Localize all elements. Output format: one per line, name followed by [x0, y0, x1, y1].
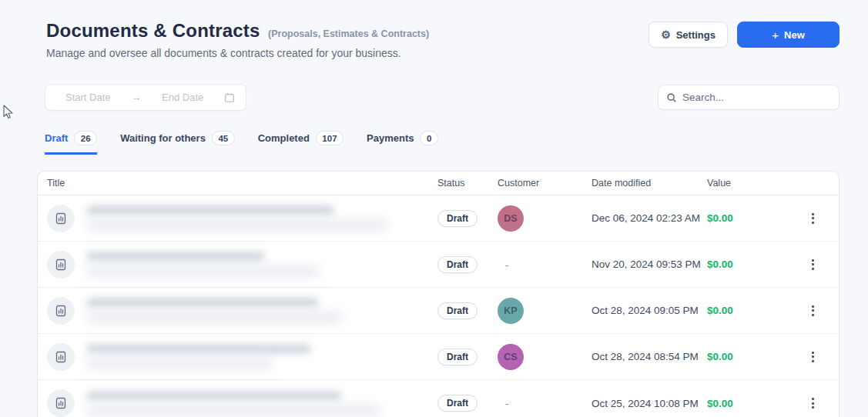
date-range-picker[interactable]: Start Date → End Date [45, 84, 246, 111]
row-status-cell: Draft [437, 395, 498, 412]
tab-count-badge: 45 [212, 131, 235, 145]
status-badge: Draft [437, 210, 478, 227]
row-status-cell: Draft [437, 302, 498, 319]
row-icon-cell [47, 205, 87, 232]
tab-bar: Draft 26 Waiting for others 45 Completed… [45, 131, 840, 155]
row-menu-button[interactable] [796, 256, 829, 273]
row-value: $0.00 [707, 212, 796, 224]
row-menu-button[interactable] [796, 349, 829, 365]
search-icon [666, 92, 677, 103]
customer-empty: - [498, 398, 508, 409]
customer-avatar: CS [498, 344, 524, 370]
document-report-icon [47, 389, 75, 417]
row-menu-button[interactable] [796, 210, 829, 227]
row-date-modified: Nov 20, 2024 09:53 PM [592, 259, 707, 270]
table-header: Title Status Customer Date modified Valu… [38, 172, 839, 195]
row-icon-cell [47, 389, 87, 417]
row-customer-cell: DS [498, 205, 592, 232]
search-box [658, 85, 840, 110]
table-row[interactable]: Draft - Nov 20, 2024 09:53 PM $0.00 [38, 242, 839, 288]
kebab-menu-icon [809, 210, 817, 227]
document-report-icon [47, 297, 75, 325]
status-badge: Draft [437, 302, 478, 319]
row-customer-cell: CS [498, 344, 592, 370]
row-status-cell: Draft [437, 349, 498, 365]
status-badge: Draft [437, 256, 478, 273]
kebab-menu-icon [809, 349, 817, 365]
customer-avatar: KP [498, 298, 524, 324]
tab-count-badge: 0 [420, 131, 437, 145]
tab-label: Waiting for others [120, 132, 206, 144]
row-customer-cell: - [498, 258, 592, 272]
filter-row: Start Date → End Date [37, 84, 840, 111]
document-report-icon [47, 205, 75, 232]
row-menu-button[interactable] [796, 395, 829, 412]
row-date-modified: Dec 06, 2024 02:23 AM [592, 212, 707, 224]
document-report-icon [47, 251, 75, 279]
page-header: Documents & Contracts (Proposals, Estima… [37, 20, 840, 59]
row-status-cell: Draft [437, 256, 498, 273]
new-button[interactable]: + New [737, 22, 840, 48]
row-value: $0.00 [707, 305, 796, 316]
column-customer: Customer [498, 178, 592, 188]
row-title-redacted [87, 205, 437, 231]
document-report-icon [47, 343, 75, 371]
column-value: Value [707, 178, 796, 188]
kebab-menu-icon [809, 302, 817, 319]
tab-completed[interactable]: Completed 107 [258, 131, 344, 155]
tab-waiting-for-others[interactable]: Waiting for others 45 [120, 131, 235, 155]
search-input[interactable] [682, 92, 831, 103]
customer-avatar: DS [498, 205, 524, 232]
column-date-modified: Date modified [592, 178, 707, 188]
table-body: Draft DS Dec 06, 2024 02:23 AM $0.00 [38, 195, 839, 417]
row-date-modified: Oct 25, 2024 10:08 PM [592, 398, 707, 409]
row-date-modified: Oct 28, 2024 09:05 PM [592, 305, 707, 316]
table-row[interactable]: Draft - Oct 25, 2024 10:08 PM $0.00 [38, 380, 839, 417]
column-status: Status [437, 178, 498, 188]
tab-count-badge: 26 [74, 131, 97, 145]
plus-icon: + [772, 28, 779, 42]
page-subtitle: Manage and oversee all documents & contr… [46, 47, 429, 59]
row-icon-cell [47, 251, 87, 279]
settings-button-label: Settings [676, 29, 716, 41]
header-titles: Documents & Contracts (Proposals, Estima… [46, 20, 429, 59]
row-title-redacted [87, 252, 437, 277]
row-title-redacted [87, 391, 437, 416]
page-title-suffix: (Proposals, Estimates & Contracts) [268, 28, 429, 39]
tab-draft[interactable]: Draft 26 [45, 131, 97, 155]
new-button-label: New [784, 29, 805, 41]
kebab-menu-icon [809, 395, 817, 412]
tab-label: Payments [367, 132, 414, 144]
end-date-input[interactable]: End Date [162, 92, 203, 103]
customer-empty: - [498, 259, 508, 271]
settings-button[interactable]: ⚙ Settings [648, 22, 728, 48]
start-date-input[interactable]: Start Date [65, 92, 111, 103]
row-value: $0.00 [707, 259, 796, 270]
page: Documents & Contracts (Proposals, Estima… [0, 0, 868, 417]
table-row[interactable]: Draft DS Dec 06, 2024 02:23 AM $0.00 [38, 195, 839, 242]
tab-payments[interactable]: Payments 0 [367, 131, 438, 155]
calendar-icon [224, 92, 235, 103]
status-badge: Draft [437, 349, 478, 365]
column-title: Title [47, 178, 437, 188]
row-value: $0.00 [707, 398, 796, 409]
header-actions: ⚙ Settings + New [648, 22, 840, 48]
arrow-right-icon: → [131, 92, 141, 103]
row-title-redacted [87, 344, 437, 369]
kebab-menu-icon [809, 256, 817, 273]
row-value: $0.00 [707, 351, 796, 362]
page-title: Documents & Contracts [46, 20, 260, 41]
row-customer-cell: KP [498, 298, 592, 324]
row-status-cell: Draft [437, 210, 498, 227]
row-menu-button[interactable] [796, 302, 829, 319]
tab-label: Draft [45, 132, 68, 144]
table-row[interactable]: Draft KP Oct 28, 2024 09:05 PM $0.00 [38, 288, 839, 334]
tab-label: Completed [258, 132, 310, 144]
tab-count-badge: 107 [316, 131, 344, 145]
row-customer-cell: - [498, 396, 592, 410]
table-row[interactable]: Draft CS Oct 28, 2024 08:54 PM $0.00 [38, 334, 839, 380]
row-date-modified: Oct 28, 2024 08:54 PM [592, 351, 707, 362]
row-icon-cell [47, 297, 87, 325]
gear-icon: ⚙ [661, 29, 671, 40]
row-title-redacted [87, 298, 437, 323]
